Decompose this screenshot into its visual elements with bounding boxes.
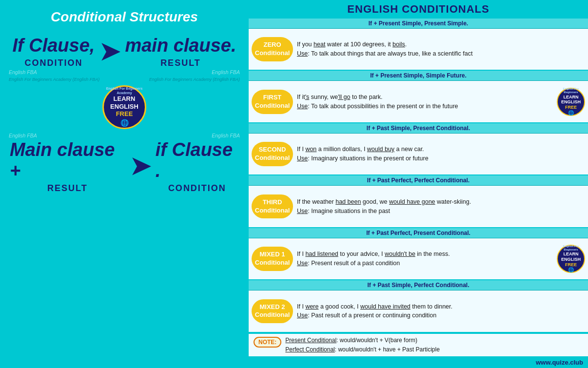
learn-badge-center: English For Beginners Academy LEARN ENGL… (102, 85, 146, 129)
mixed1-conditional-card: If + Past Perfect, Present Conditional. … (249, 228, 588, 280)
second-badge-bottom: Conditional (255, 154, 290, 162)
zero-body: ZERO Conditional If you heat water at 10… (249, 29, 588, 70)
mixed2-text: If I were a good cook, I would have invi… (297, 302, 585, 321)
bottom-structure: Main clause + RESULT ➤ if Clause . CONDI… (0, 139, 249, 194)
mixed1-underline-2: wouldn't be (385, 251, 415, 257)
mixed1-badge-bottom: Conditional (255, 259, 290, 267)
mixed1-body: MIXED 1 Conditional If I had listened to… (249, 238, 588, 279)
third-conditional-card: If + Past Perfect, Perfect Conditional. … (249, 175, 588, 228)
watermark-row-2: English FBA English FBA (0, 132, 249, 139)
zero-header-bar: If + Present Simple, Present Simple. (249, 19, 588, 29)
badge-section: English For Beginners Academy LEARN ENGL… (0, 83, 249, 132)
badge-free: FREE (116, 110, 133, 118)
mixed1-badge-top: MIXED 1 (259, 251, 285, 259)
note-bar: NOTE: Present Conditional: would/wouldn'… (249, 333, 588, 356)
arrow-left-icon: ➤ (130, 152, 151, 180)
watermark-row-1sub: English For Beginners Academy (English F… (0, 76, 249, 83)
badge-icon: 🌐 (120, 119, 129, 127)
second-conditional-card: If + Past Simple, Present Conditional. S… (249, 123, 588, 175)
zero-text: If you heat water at 100 degrees, it boi… (297, 40, 585, 58)
watermark-row-1: English FBA English FBA (0, 68, 249, 76)
mixed1-badge: MIXED 1 Conditional (252, 247, 293, 271)
first-header-bar: If + Present Simple, Simple Future. (249, 71, 588, 81)
zero-badge: ZERO Conditional (252, 37, 293, 61)
condition-label2: CONDITION (168, 183, 226, 194)
badge-learn: LEARN (114, 95, 136, 103)
main-clause-box: main clause. RESULT (125, 35, 236, 68)
note-label: NOTE: (254, 337, 281, 348)
mixed1-text: If I had listened to your advice, I woul… (297, 250, 553, 268)
first-use: Use: To talk about possibilities in the … (297, 102, 553, 111)
mixed2-use: Use: Past result of a present or continu… (297, 311, 585, 320)
mixed1-use: Use: Present result of a past condition (297, 259, 553, 268)
second-badge: SECOND Conditional (252, 142, 293, 166)
second-underline-2: would buy (367, 146, 394, 153)
right-header: ENGLISH CONDITIONALS (249, 0, 588, 19)
badge-english: ENGLISH (110, 103, 138, 111)
right-header-title: ENGLISH CONDITIONALS (347, 3, 489, 15)
third-badge-top: THIRD (263, 198, 282, 207)
third-body: THIRD Conditional If the weather had bee… (249, 186, 588, 227)
mixed2-body: MIXED 2 Conditional If I were a good coo… (249, 291, 588, 331)
mixed2-header-bar: If + Past Simple, Perfect Conditional. (249, 280, 588, 291)
watermark-3a: English FBA (9, 133, 37, 138)
third-underline-2: would have gone (389, 198, 435, 205)
badge-line2: Academy (117, 91, 132, 95)
watermark-1b: English FBA (212, 69, 240, 75)
conditionals-list: If + Present Simple, Present Simple. ZER… (249, 19, 588, 333)
first-badge: FIRST Conditional (252, 90, 293, 114)
first-body: FIRST Conditional If it's sunny, we'll g… (249, 81, 588, 122)
main-clause-box2: Main clause + RESULT (10, 139, 125, 194)
first-badge-bottom: Conditional (255, 102, 290, 110)
note-content: Present Conditional: would/wouldn't + V(… (285, 336, 439, 354)
present-conditional-label: Present Conditional (285, 337, 336, 344)
condition-label: CONDITION (24, 58, 82, 68)
mixed2-badge: MIXED 2 Conditional (252, 299, 293, 324)
second-use: Use: Imaginary situations in the present… (297, 154, 585, 163)
footer-text: www.quize.club (536, 359, 583, 366)
right-panel: ENGLISH CONDITIONALS If + Present Simple… (249, 0, 588, 368)
mixed1-header-bar: If + Past Perfect, Present Conditional. (249, 228, 588, 238)
arrow-right-icon: ➤ (99, 38, 120, 66)
left-title: Conditional Structures (46, 0, 203, 30)
watermark-2a: English For Beginners Academy (English F… (9, 77, 99, 82)
mixed1-learn-badge: English For Beginners LEARN ENGLISH FREE… (557, 245, 585, 273)
if-clause-text: If Clause, (12, 35, 95, 56)
left-panel: Conditional Structures If Clause, CONDIT… (0, 0, 249, 368)
zero-badge-top: ZERO (263, 41, 281, 49)
mixed2-conditional-card: If + Past Simple, Perfect Conditional. M… (249, 280, 588, 332)
first-badge-top: FIRST (263, 94, 282, 102)
third-use: Use: Imagine situations in the past (297, 207, 585, 216)
second-body: SECOND Conditional If I won a million do… (249, 134, 588, 174)
perfect-conditional-label: Perfect Conditional (285, 346, 334, 353)
third-badge-bottom: Conditional (255, 207, 290, 215)
main-clause-text: main clause. (125, 35, 236, 56)
if-clause-text2: if Clause . (156, 139, 239, 181)
if-clause-box2: if Clause . CONDITION (156, 139, 239, 194)
second-underline-1: won (305, 146, 316, 153)
main-clause-text2: Main clause + (10, 139, 125, 181)
first-learn-badge: English For Beginners LEARN ENGLISH FREE… (557, 88, 585, 116)
watermark-2b: English For Beginners Academy (English F… (149, 77, 240, 82)
first-underline-2: 'll go (338, 94, 350, 100)
watermark-3b: English FBA (212, 133, 240, 138)
mixed2-underline-1: were (305, 303, 318, 310)
second-badge-top: SECOND (259, 146, 286, 154)
mixed2-badge-top: MIXED 2 (259, 303, 285, 311)
mixed1-underline-1: had listened (305, 251, 338, 257)
right-footer: www.quize.club (249, 356, 588, 368)
result-label: RESULT (160, 58, 201, 68)
first-conditional-card: If + Present Simple, Simple Future. FIRS… (249, 71, 588, 123)
second-text: If I won a million dollars, I would buy … (297, 145, 585, 163)
zero-underline-2: boils (392, 41, 405, 48)
zero-conditional-card: If + Present Simple, Present Simple. ZER… (249, 19, 588, 71)
first-underline-1: 's (305, 94, 310, 100)
watermark-1a: English FBA (9, 69, 37, 75)
badge-line1: English For Beginners (106, 87, 143, 91)
third-underline-1: had been (335, 198, 361, 205)
third-badge: THIRD Conditional (252, 194, 293, 219)
top-structure: If Clause, CONDITION ➤ main clause. RESU… (0, 30, 249, 68)
third-text: If the weather had been good, we would h… (297, 197, 585, 216)
zero-use: Use: To talk about things that are alway… (297, 49, 585, 58)
first-text: If it's sunny, we'll go to the park. Use… (297, 93, 553, 111)
